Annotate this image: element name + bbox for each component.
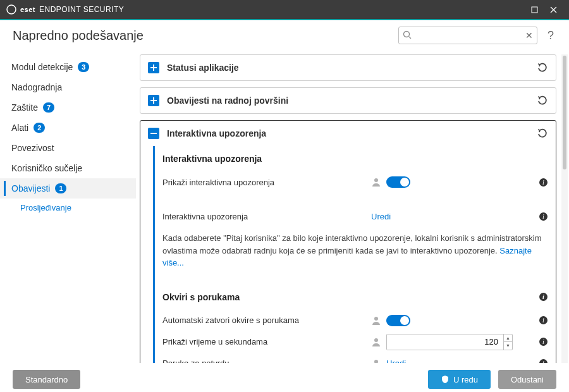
toggle-auto-close[interactable] <box>386 315 410 326</box>
svg-text:i: i <box>542 179 544 186</box>
window-close-button[interactable] <box>544 0 563 19</box>
sidebar-item-label: Obavijesti <box>11 183 50 193</box>
brand-prefix: eset <box>20 6 35 13</box>
sidebar-item-protections[interactable]: Zaštite 7 <box>0 97 136 118</box>
sidebar-item-tools[interactable]: Alati 2 <box>0 118 136 138</box>
collapse-icon <box>148 128 159 139</box>
svg-text:i: i <box>542 213 544 220</box>
info-button[interactable]: i <box>539 358 548 363</box>
info-button[interactable]: i <box>539 337 548 346</box>
footer: Standardno U redu Odustani <box>0 367 569 392</box>
panel-toggle[interactable]: Obavijesti na radnoj površini <box>140 88 556 113</box>
svg-point-2 <box>403 32 409 37</box>
sidebar-item-notifications[interactable]: Obavijesti 1 <box>0 178 136 199</box>
revert-button[interactable] <box>537 62 548 73</box>
svg-point-16 <box>374 338 378 342</box>
search-box[interactable]: ✕ <box>398 27 537 44</box>
search-clear-button[interactable]: ✕ <box>525 30 533 40</box>
section-title-interactive: Interaktivna upozorenja <box>162 154 548 164</box>
seconds-input[interactable] <box>387 334 503 350</box>
sidebar-item-label: Alati <box>11 123 28 133</box>
svg-text:i: i <box>542 360 544 363</box>
svg-text:i: i <box>542 338 544 345</box>
titlebar: eset ENDPOINT SECURITY <box>0 0 569 19</box>
svg-text:i: i <box>542 293 544 300</box>
sidebar-badge: 2 <box>34 123 45 133</box>
brand-main: ENDPOINT SECURITY <box>39 5 124 14</box>
edit-link[interactable]: Uredi <box>371 212 391 221</box>
scrollbar-thumb[interactable] <box>563 56 566 169</box>
expand-icon <box>148 62 159 73</box>
person-icon <box>371 337 381 347</box>
sidebar-item-update[interactable]: Nadogradnja <box>0 77 136 97</box>
description-text: Kada odaberete "Pitaj korisnika" za bilo… <box>162 232 548 269</box>
panel-toggle[interactable]: Interaktivna upozorenja <box>140 121 556 146</box>
undo-icon <box>537 62 548 73</box>
row-label: Prikaži vrijeme u sekundama <box>162 337 365 346</box>
undo-icon <box>537 128 548 139</box>
help-button[interactable]: ? <box>545 29 556 42</box>
header: Napredno podešavanje ✕ ? <box>0 20 569 51</box>
panel-interactive-alerts: Interaktivna upozorenja Interaktivna upo… <box>140 120 556 363</box>
vertical-scrollbar[interactable] <box>561 54 568 363</box>
panel-toggle[interactable]: Statusi aplikacije <box>140 55 556 80</box>
close-icon <box>550 6 557 13</box>
sidebar-item-detection[interactable]: Modul detekcije 3 <box>0 57 136 77</box>
sidebar-subitem-forwarding[interactable]: Prosljeđivanje <box>0 199 136 216</box>
info-button[interactable]: i <box>539 212 548 221</box>
search-input[interactable] <box>403 31 525 40</box>
maximize-icon <box>531 6 538 13</box>
info-icon: i <box>539 212 548 221</box>
sidebar-subitem-label: Prosljeđivanje <box>20 203 71 212</box>
brand: eset ENDPOINT SECURITY <box>6 4 124 15</box>
person-icon <box>371 177 381 187</box>
svg-rect-1 <box>532 7 537 13</box>
info-icon: i <box>539 292 548 302</box>
revert-button[interactable] <box>537 95 548 106</box>
info-icon: i <box>539 178 548 187</box>
description-pre: Kada odaberete "Pitaj korisnika" za bilo… <box>162 233 542 255</box>
info-icon: i <box>539 337 548 346</box>
cancel-button[interactable]: Odustani <box>498 370 556 389</box>
row-label: Interaktivna upozorenja <box>162 212 365 221</box>
info-icon: i <box>539 315 548 325</box>
row-interactive-edit: Interaktivna upozorenja Uredi i <box>162 205 548 227</box>
ok-button[interactable]: U redu <box>428 370 491 389</box>
row-label: Prikaži interaktivna upozorenja <box>162 178 365 187</box>
sidebar-item-ui[interactable]: Korisničko sučelje <box>0 158 136 178</box>
panel-title: Interaktivna upozorenja <box>167 128 537 138</box>
row-display-seconds: Prikaži vrijeme u sekundama ▲ ▼ i <box>162 331 548 353</box>
page-title: Napredno podešavanje <box>13 28 391 43</box>
edit-link[interactable]: Uredi <box>386 358 406 363</box>
svg-text:i: i <box>542 317 544 324</box>
sidebar-badge: 1 <box>55 183 66 193</box>
sidebar-item-label: Modul detekcije <box>11 62 73 72</box>
sidebar-badge: 3 <box>78 62 89 72</box>
sidebar-badge: 7 <box>43 102 54 113</box>
info-button[interactable]: i <box>539 178 548 187</box>
svg-point-13 <box>374 317 378 321</box>
spinner-down[interactable]: ▼ <box>504 342 512 350</box>
info-button[interactable]: i <box>539 315 548 325</box>
info-button[interactable]: i <box>539 292 548 302</box>
row-label: Poruke za potvrdu <box>162 358 365 363</box>
sidebar-item-connectivity[interactable]: Povezivost <box>0 138 136 158</box>
default-button[interactable]: Standardno <box>13 370 80 389</box>
ok-button-label: U redu <box>453 375 478 384</box>
svg-point-0 <box>7 5 16 14</box>
sidebar-item-label: Povezivost <box>11 143 54 153</box>
spinner-up[interactable]: ▲ <box>504 334 512 343</box>
undo-icon <box>537 95 548 106</box>
revert-button[interactable] <box>537 128 548 139</box>
main-area: Statusi aplikacije Obavijesti na radnoj … <box>136 51 569 367</box>
window-maximize-button[interactable] <box>525 0 544 19</box>
panel-title: Statusi aplikacije <box>167 63 537 73</box>
toggle-show-interactive[interactable] <box>386 176 410 188</box>
person-icon <box>371 315 381 326</box>
svg-point-6 <box>374 178 378 182</box>
panel-body: Interaktivna upozorenja Prikaži interakt… <box>153 146 556 363</box>
seconds-input-wrapper: ▲ ▼ <box>386 334 513 350</box>
sidebar-item-label: Zaštite <box>11 102 38 113</box>
info-icon: i <box>539 358 548 363</box>
sidebar-item-label: Nadogradnja <box>11 82 62 92</box>
